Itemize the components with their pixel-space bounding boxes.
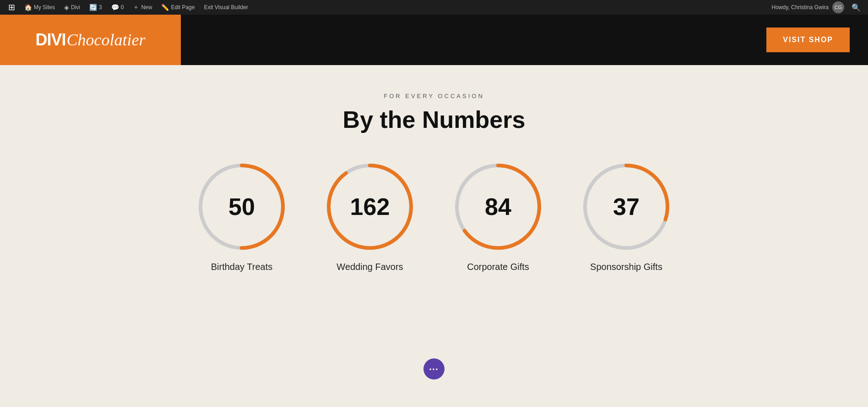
stat-circle-wrap: 84	[452, 161, 544, 253]
site-header: DIVI Chocolatier VISIT SHOP	[0, 15, 868, 65]
search-icon[interactable]: 🔍	[848, 3, 864, 12]
stat-label: Wedding Favors	[336, 262, 403, 272]
stat-label: Birthday Treats	[211, 262, 273, 272]
admin-bar-right: Howdy, Christina Gwira CG 🔍	[772, 1, 864, 13]
my-sites-menu[interactable]: 🏠 My Sites	[20, 0, 60, 15]
updates-menu[interactable]: 🔄 3	[85, 0, 107, 15]
main-content: FOR EVERY OCCASION By the Numbers 50 Bir…	[0, 65, 868, 332]
stat-label: Corporate Gifts	[467, 262, 529, 272]
stat-number: 50	[228, 193, 255, 220]
stat-circle-wrap: 50	[196, 161, 288, 253]
stat-item: 162 Wedding Favors	[324, 161, 416, 272]
floating-action-button[interactable]: ●●●	[423, 358, 445, 380]
stat-item: 50 Birthday Treats	[196, 161, 288, 272]
exit-visual-builder-link[interactable]: Exit Visual Builder	[199, 0, 253, 15]
stat-label: Sponsorship Gifts	[590, 262, 662, 272]
stat-circle-wrap: 37	[580, 161, 672, 253]
admin-bar: ⊞ 🏠 My Sites ◈ Divi 🔄 3 💬 0 ＋ New ✏️ Edi…	[0, 0, 868, 15]
stat-number: 162	[350, 193, 390, 220]
stat-item: 84 Corporate Gifts	[452, 161, 544, 272]
divi-menu[interactable]: ◈ Divi	[60, 0, 85, 15]
nav-area: VISIT SHOP	[181, 15, 868, 65]
stat-item: 37 Sponsorship Gifts	[580, 161, 672, 272]
logo-divi: DIVI	[36, 30, 66, 50]
stat-number: 84	[485, 193, 511, 220]
logo-chocolatier: Chocolatier	[67, 30, 146, 50]
section-subtitle: FOR EVERY OCCASION	[384, 93, 484, 99]
stat-circle-wrap: 162	[324, 161, 416, 253]
visit-shop-button[interactable]: VISIT SHOP	[766, 28, 850, 52]
stat-number: 37	[613, 193, 640, 220]
stats-row: 50 Birthday Treats 162 Wedding Favors	[196, 161, 672, 272]
comments-menu[interactable]: 💬 0	[107, 0, 129, 15]
logo-area: DIVI Chocolatier	[0, 15, 181, 65]
section-title: By the Numbers	[343, 106, 526, 133]
user-avatar[interactable]: CG	[832, 1, 844, 13]
new-menu[interactable]: ＋ New	[128, 0, 157, 15]
site-logo[interactable]: DIVI Chocolatier	[36, 30, 146, 50]
wordpress-logo[interactable]: ⊞	[4, 0, 20, 15]
edit-page-link[interactable]: ✏️ Edit Page	[157, 0, 199, 15]
